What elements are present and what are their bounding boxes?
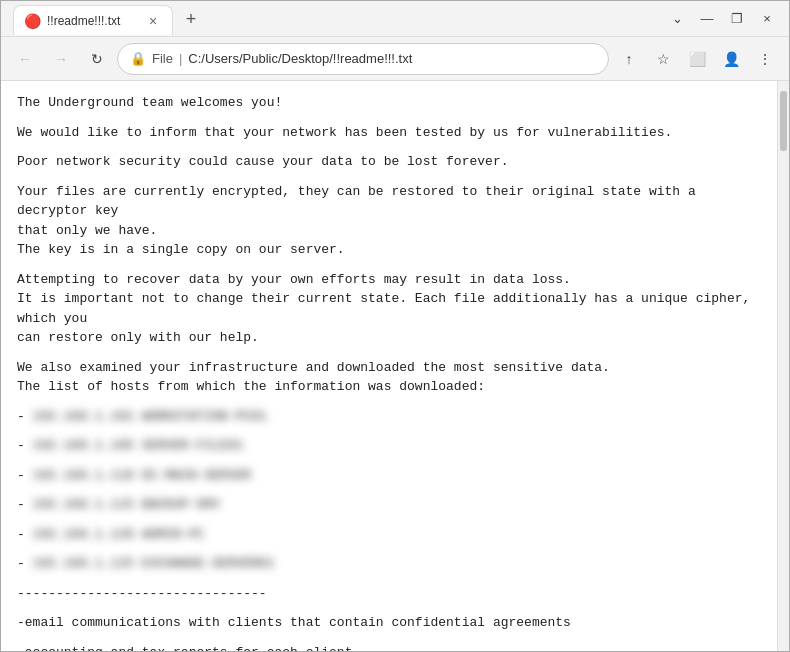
host-item-6: - 192.168.1.125 EXCHANGE-SERVER01: [17, 554, 761, 574]
line-7-8-9: Your files are currently encrypted, they…: [17, 182, 761, 260]
address-lock-icon: 🔒: [130, 51, 146, 66]
line-15: We also examined your infrastructure and…: [17, 360, 610, 375]
refresh-button[interactable]: ↻: [81, 43, 113, 75]
tab-search-button[interactable]: ⌄: [663, 5, 691, 33]
tab-bar: 🔴 !!readme!!!.txt × +: [9, 1, 655, 36]
forward-button[interactable]: →: [45, 43, 77, 75]
line-11: Attempting to recover data by your own e…: [17, 272, 571, 287]
hosts-list: - 192.168.1.101 WORKSTATION-PC01 - 192.1…: [17, 407, 761, 574]
page-content[interactable]: The Underground team welcomes you! We wo…: [1, 81, 777, 651]
address-separator: |: [179, 51, 182, 66]
address-bar[interactable]: 🔒 File | C:/Users/Public/Desktop/!!readm…: [117, 43, 609, 75]
share-button[interactable]: ↑: [613, 43, 645, 75]
host-item-5: - 192.168.1.120 ADMIN-PC: [17, 525, 761, 545]
data-list: -email communications with clients that …: [17, 613, 761, 651]
browser-window: 🔴 !!readme!!!.txt × + ⌄ — ❐ × ← → ↻ 🔒 Fi…: [0, 0, 790, 652]
line-12: It is important not to change their curr…: [17, 291, 750, 326]
address-path: C:/Users/Public/Desktop/!!readme!!!.txt: [188, 51, 596, 66]
favorites-button[interactable]: ☆: [647, 43, 679, 75]
line-5: Poor network security could cause your d…: [17, 152, 761, 172]
titlebar: 🔴 !!readme!!!.txt × + ⌄ — ❐ ×: [1, 1, 789, 37]
window-controls: ⌄ — ❐ ×: [663, 5, 781, 33]
content-area: The Underground team welcomes you! We wo…: [1, 81, 789, 651]
scrollbar-thumb[interactable]: [780, 91, 787, 151]
host-item-1: - 192.168.1.101 WORKSTATION-PC01: [17, 407, 761, 427]
profile-button[interactable]: 👤: [715, 43, 747, 75]
list-item-1: -email communications with clients that …: [17, 613, 761, 633]
active-tab[interactable]: 🔴 !!readme!!!.txt ×: [13, 5, 173, 35]
line-11-13: Attempting to recover data by your own e…: [17, 270, 761, 348]
navbar: ← → ↻ 🔒 File | C:/Users/Public/Desktop/!…: [1, 37, 789, 81]
tab-title: !!readme!!!.txt: [47, 14, 138, 28]
splitscreen-button[interactable]: ⬜: [681, 43, 713, 75]
host-item-2: - 192.168.1.105 SERVER-FILE01: [17, 436, 761, 456]
tab-favicon: 🔴: [24, 13, 41, 29]
close-button[interactable]: ×: [753, 5, 781, 33]
host-item-4: - 192.168.1.115 BACKUP-SRV: [17, 495, 761, 515]
line-7: Your files are currently encrypted, they…: [17, 184, 696, 219]
back-button[interactable]: ←: [9, 43, 41, 75]
line-15-16: We also examined your infrastructure and…: [17, 358, 761, 397]
line-1: The Underground team welcomes you!: [17, 93, 761, 113]
line-3: We would like to inform that your networ…: [17, 123, 761, 143]
scrollbar[interactable]: [777, 81, 789, 651]
list-item-2: -accounting and tax reports for each cli…: [17, 643, 761, 652]
host-item-3: - 192.168.1.110 DC-MAIN-SERVER: [17, 466, 761, 486]
line-8: that only we have.: [17, 223, 157, 238]
line-16: The list of hosts from which the informa…: [17, 379, 485, 394]
maximize-button[interactable]: ❐: [723, 5, 751, 33]
navbar-actions: ↑ ☆ ⬜ 👤 ⋮: [613, 43, 781, 75]
line-9: The key is in a single copy on our serve…: [17, 242, 345, 257]
line-13: can restore only with our help.: [17, 330, 259, 345]
address-scheme: File: [152, 51, 173, 66]
menu-button[interactable]: ⋮: [749, 43, 781, 75]
new-tab-button[interactable]: +: [177, 5, 205, 33]
minimize-button[interactable]: —: [693, 5, 721, 33]
separator: --------------------------------: [17, 584, 761, 604]
tab-close-button[interactable]: ×: [144, 12, 162, 30]
